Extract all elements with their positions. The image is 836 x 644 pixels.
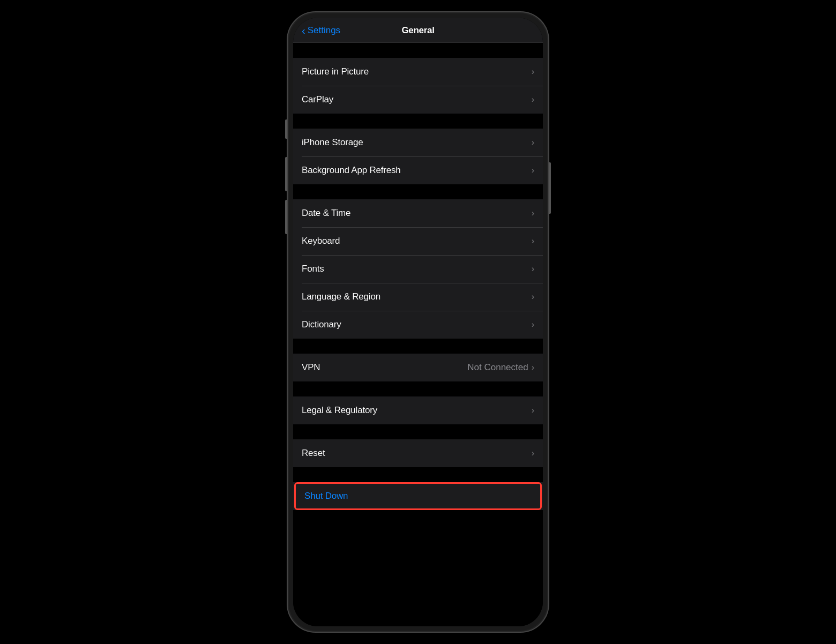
- section-gap-0: [293, 43, 543, 58]
- setting-label-language-region: Language & Region: [302, 291, 532, 302]
- chevron-icon-legal-regulatory: ›: [532, 406, 534, 415]
- setting-label-iphone-storage: iPhone Storage: [302, 137, 532, 148]
- section-gap-4: [293, 381, 543, 396]
- settings-group-group3: Date & Time›Keyboard›Fonts›Language & Re…: [293, 199, 543, 339]
- setting-label-carplay: CarPlay: [302, 94, 532, 105]
- chevron-icon-date-time: ›: [532, 208, 534, 218]
- settings-group-group6: Reset›: [293, 439, 543, 467]
- section-gap-6: [293, 467, 543, 482]
- navigation-bar: ‹ Settings General: [293, 18, 543, 43]
- settings-group-group1: Picture in Picture›CarPlay›: [293, 58, 543, 114]
- settings-group-group2: iPhone Storage›Background App Refresh›: [293, 129, 543, 184]
- chevron-icon-fonts: ›: [532, 264, 534, 274]
- volume-down-button[interactable]: [285, 200, 287, 234]
- setting-label-date-time: Date & Time: [302, 208, 532, 219]
- setting-row-language-region[interactable]: Language & Region›: [293, 283, 543, 311]
- setting-row-keyboard[interactable]: Keyboard›: [293, 227, 543, 255]
- section-gap-3: [293, 339, 543, 354]
- chevron-icon-iphone-storage: ›: [532, 138, 534, 147]
- chevron-icon-language-region: ›: [532, 292, 534, 302]
- setting-row-picture-in-picture[interactable]: Picture in Picture›: [293, 58, 543, 86]
- section-gap-2: [293, 184, 543, 199]
- chevron-icon-picture-in-picture: ›: [532, 67, 534, 77]
- setting-value-vpn: Not Connected: [467, 362, 528, 373]
- setting-label-vpn: VPN: [302, 362, 467, 373]
- setting-label-shut-down: Shut Down: [304, 491, 532, 501]
- setting-row-vpn[interactable]: VPNNot Connected›: [293, 354, 543, 381]
- back-label: Settings: [308, 25, 340, 36]
- page-title: General: [401, 25, 434, 36]
- volume-up-button[interactable]: [285, 157, 287, 191]
- setting-label-reset: Reset: [302, 448, 532, 459]
- setting-label-keyboard: Keyboard: [302, 236, 532, 246]
- settings-group-group5: Legal & Regulatory›: [293, 396, 543, 424]
- setting-row-shut-down[interactable]: Shut Down: [294, 482, 542, 510]
- power-button[interactable]: [549, 162, 551, 214]
- chevron-icon-carplay: ›: [532, 95, 534, 104]
- setting-row-dictionary[interactable]: Dictionary›: [293, 311, 543, 339]
- section-gap-1: [293, 114, 543, 129]
- setting-row-date-time[interactable]: Date & Time›: [293, 199, 543, 227]
- setting-label-legal-regulatory: Legal & Regulatory: [302, 405, 532, 416]
- chevron-icon-keyboard: ›: [532, 236, 534, 246]
- setting-row-carplay[interactable]: CarPlay›: [293, 86, 543, 114]
- setting-row-legal-regulatory[interactable]: Legal & Regulatory›: [293, 396, 543, 424]
- setting-label-fonts: Fonts: [302, 264, 532, 274]
- setting-row-iphone-storage[interactable]: iPhone Storage›: [293, 129, 543, 156]
- chevron-icon-background-app-refresh: ›: [532, 166, 534, 175]
- settings-group-group4: VPNNot Connected›: [293, 354, 543, 381]
- chevron-icon-reset: ›: [532, 448, 534, 458]
- chevron-icon-dictionary: ›: [532, 320, 534, 330]
- settings-content[interactable]: Picture in Picture›CarPlay›iPhone Storag…: [293, 43, 543, 626]
- chevron-icon-vpn: ›: [532, 363, 534, 372]
- back-button[interactable]: ‹ Settings: [302, 25, 340, 36]
- setting-label-picture-in-picture: Picture in Picture: [302, 66, 532, 77]
- setting-row-reset[interactable]: Reset›: [293, 439, 543, 467]
- mute-button[interactable]: [285, 119, 287, 139]
- setting-row-background-app-refresh[interactable]: Background App Refresh›: [293, 156, 543, 184]
- setting-row-fonts[interactable]: Fonts›: [293, 255, 543, 283]
- phone-frame: ‹ Settings General Picture in Picture›Ca…: [287, 11, 549, 633]
- settings-group-group7: Shut Down: [293, 482, 543, 510]
- setting-label-background-app-refresh: Background App Refresh: [302, 165, 532, 176]
- back-chevron-icon: ‹: [302, 25, 305, 36]
- setting-label-dictionary: Dictionary: [302, 319, 532, 330]
- section-gap-5: [293, 424, 543, 439]
- phone-screen: ‹ Settings General Picture in Picture›Ca…: [293, 18, 543, 626]
- bottom-gap: [293, 510, 543, 525]
